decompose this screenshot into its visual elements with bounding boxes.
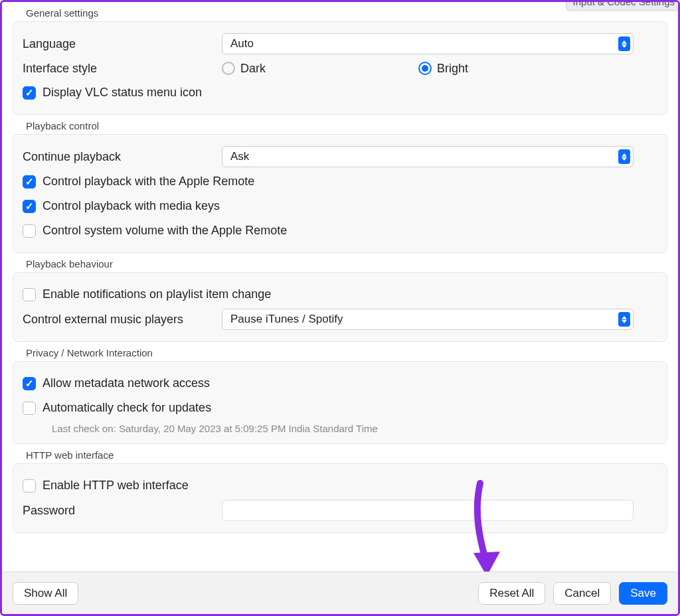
footer-bar: Show All Reset All Cancel Save bbox=[2, 572, 678, 614]
reset-all-button[interactable]: Reset All bbox=[478, 582, 545, 605]
updown-icon bbox=[618, 37, 630, 51]
section-http-label: HTTP web interface bbox=[26, 449, 667, 461]
media-keys-label: Control playback with media keys bbox=[42, 199, 220, 213]
radio-dark-label: Dark bbox=[240, 62, 266, 76]
section-playback-behaviour-label: Playback behaviour bbox=[26, 258, 667, 270]
http-enable-label: Enable HTTP web interface bbox=[42, 479, 189, 493]
checkbox-http-enable[interactable] bbox=[23, 479, 36, 493]
external-players-label: Control external music players bbox=[23, 313, 222, 327]
checkbox-metadata[interactable] bbox=[23, 377, 36, 390]
language-select[interactable]: Auto bbox=[222, 33, 634, 54]
external-players-value: Pause iTunes / Spotify bbox=[230, 313, 343, 326]
continue-playback-label: Continue playback bbox=[23, 150, 222, 164]
interface-style-label: Interface style bbox=[23, 62, 222, 76]
notifications-label: Enable notifications on playlist item ch… bbox=[42, 287, 271, 301]
panel-general: Language Auto Interface style Dark Brigh… bbox=[13, 21, 667, 115]
panel-privacy: Allow metadata network access Automatica… bbox=[13, 361, 667, 444]
checkbox-updates[interactable] bbox=[23, 402, 36, 415]
section-privacy-label: Privacy / Network Interaction bbox=[26, 347, 667, 358]
checkbox-system-volume[interactable] bbox=[23, 224, 36, 238]
panel-playback-control: Continue playback Ask Control playback w… bbox=[13, 134, 667, 253]
updown-icon bbox=[618, 149, 630, 164]
checkbox-notifications[interactable] bbox=[23, 288, 36, 301]
continue-playback-select[interactable]: Ask bbox=[222, 146, 634, 167]
updown-icon bbox=[618, 312, 630, 327]
http-password-label: Password bbox=[23, 504, 222, 518]
last-check-text: Last check on: Saturday, 20 May 2023 at … bbox=[52, 423, 660, 434]
radio-bright-label: Bright bbox=[437, 62, 468, 76]
http-password-input[interactable] bbox=[222, 500, 634, 521]
checkbox-apple-remote[interactable] bbox=[23, 175, 36, 189]
settings-scroll: General settings Language Auto Interface… bbox=[2, 2, 678, 570]
apple-remote-label: Control playback with the Apple Remote bbox=[42, 175, 254, 189]
external-players-select[interactable]: Pause iTunes / Spotify bbox=[222, 309, 634, 330]
panel-playback-behaviour: Enable notifications on playlist item ch… bbox=[13, 272, 667, 342]
metadata-label: Allow metadata network access bbox=[42, 376, 210, 390]
radio-bright[interactable] bbox=[418, 62, 432, 75]
checkbox-media-keys[interactable] bbox=[23, 200, 36, 213]
cancel-button[interactable]: Cancel bbox=[553, 582, 611, 605]
section-playback-control-label: Playback control bbox=[26, 120, 667, 131]
continue-playback-value: Ask bbox=[230, 150, 249, 163]
status-icon-label: Display VLC status menu icon bbox=[42, 86, 202, 100]
updates-label: Automatically check for updates bbox=[42, 401, 211, 415]
system-volume-label: Control system volume with the Apple Rem… bbox=[42, 224, 287, 238]
save-button[interactable]: Save bbox=[619, 582, 667, 605]
language-label: Language bbox=[23, 37, 222, 51]
language-value: Auto bbox=[230, 37, 254, 50]
radio-dark[interactable] bbox=[222, 62, 235, 75]
show-all-button[interactable]: Show All bbox=[13, 582, 78, 605]
other-tab-hint: Input & Codec Settings bbox=[566, 0, 680, 11]
panel-http: Enable HTTP web interface Password bbox=[13, 463, 667, 533]
checkbox-status-icon[interactable] bbox=[23, 86, 36, 100]
